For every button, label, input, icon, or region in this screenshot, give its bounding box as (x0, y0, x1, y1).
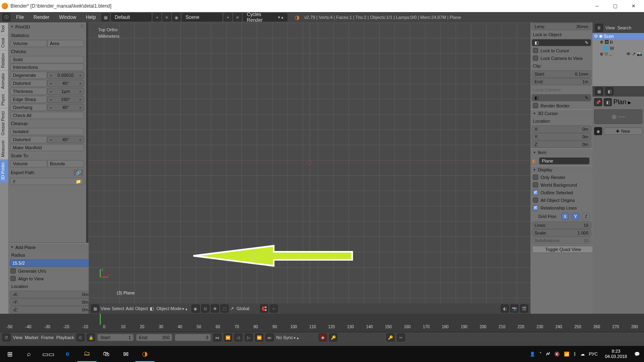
proportional-icon[interactable]: ○ (270, 304, 278, 313)
frame-start[interactable]: Start:1 (97, 334, 134, 341)
outline-selected-checkbox[interactable]: Outline Selected (530, 189, 592, 196)
location-y[interactable]: ◂Y:0m▸ (10, 298, 93, 306)
axis-x-toggle[interactable]: X (561, 213, 569, 220)
distorted2-button[interactable]: Distorted (10, 136, 47, 143)
align-to-view-checkbox[interactable]: Align to View (8, 275, 94, 282)
item-header[interactable]: Item (530, 148, 592, 156)
mode-select[interactable]: ◧ Object Mode▼▲ (150, 306, 190, 311)
window-close-button[interactable]: ✕ (624, 0, 642, 12)
only-render-checkbox[interactable]: Only Render (530, 173, 592, 181)
language-indicator[interactable]: РУС (589, 352, 598, 356)
window-minimize-button[interactable]: ─ (588, 0, 606, 12)
window-maximize-button[interactable]: ▢ (606, 0, 624, 12)
wifi-icon[interactable]: 📶 (564, 352, 570, 357)
clip-start[interactable]: Start:0.1mm (532, 70, 591, 78)
outliner-view-menu[interactable]: View (605, 25, 615, 30)
layers-icon[interactable]: ⬚ (221, 304, 229, 313)
playhead-icon[interactable] (100, 314, 101, 325)
scale-field[interactable]: Scale:1.000 (532, 229, 591, 237)
tl-frame-menu[interactable]: Frame (41, 335, 54, 340)
menu-window[interactable]: Window (55, 14, 80, 20)
degenerate-value[interactable]: ◂0.00010▸ (47, 72, 84, 79)
scale-bounds-button[interactable]: Bounds (47, 160, 84, 167)
menu-render[interactable]: Render (29, 14, 53, 20)
clock[interactable]: 8:2304.03.2018 (602, 349, 630, 359)
properties-context-icon[interactable]: ◧ (605, 87, 613, 95)
lock-object-field[interactable]: ◧✎ (532, 39, 591, 46)
clip-end[interactable]: End:1m (532, 78, 591, 85)
outliner-scene-row[interactable]: ⊖ ◉ Scen (592, 33, 644, 39)
lens-field[interactable]: Lens:35mm (532, 23, 591, 30)
lines-field[interactable]: Lines:16 (532, 222, 591, 229)
overhang-value[interactable]: ◂45°▸ (47, 104, 84, 111)
item-name-field[interactable]: Plane (539, 157, 590, 165)
tl-view-menu[interactable]: View (13, 335, 23, 340)
cursor-x[interactable]: X:0m (532, 125, 591, 133)
scene-add-button[interactable]: + (224, 13, 232, 21)
play-reverse-icon[interactable]: ◁ (234, 333, 242, 341)
outliner[interactable]: ⊖ ◉ Scen ⊕ 🖼 R 🌐 W ⊕ ▽ ...👁 ↗ 📷 (592, 33, 644, 86)
object-menu[interactable]: Object (135, 306, 148, 311)
keyframe-next-icon[interactable]: ⏩ (255, 333, 263, 341)
clapper-icon[interactable]: 🎬 (520, 304, 528, 313)
tab-physics[interactable]: Physic (0, 91, 8, 108)
mail-button[interactable]: ✉ (116, 346, 135, 362)
outliner-renderlayers-row[interactable]: ⊕ 🖼 R (592, 39, 644, 45)
grid-floor-checkbox[interactable] (532, 214, 537, 219)
pivot-icon[interactable]: ⊙ (201, 304, 209, 313)
lock-camera-checkbox[interactable]: Lock Camera to View (530, 54, 592, 62)
play-icon[interactable]: ▷ (245, 333, 253, 341)
properties-editor-icon[interactable]: ▦ (595, 87, 603, 95)
make-manifold-button[interactable]: Make Manifold (10, 144, 84, 151)
menu-file[interactable]: File (12, 14, 28, 20)
tab-3dprinting[interactable]: 3D Printin (0, 160, 8, 183)
tab-tools[interactable]: Tool (0, 23, 8, 35)
frame-current[interactable]: 3 (175, 334, 211, 341)
timeline-ruler[interactable]: -50-40-30-20-100102030405060708090100110… (0, 314, 644, 332)
render-shading-icon[interactable]: ◐ (501, 304, 509, 313)
add-plane-header[interactable]: Add Plane⠿ (8, 243, 94, 251)
world-bg-checkbox[interactable]: World Background (530, 181, 592, 189)
distorted-value[interactable]: ◂45°▸ (47, 80, 84, 87)
local-camera-field[interactable]: ◧✎ (532, 94, 591, 101)
tab-measureit[interactable]: Measurei (0, 138, 8, 159)
3d-cursor-header[interactable]: 3D Cursor (530, 109, 592, 117)
properties-add-slot[interactable]: ◉ (594, 127, 602, 135)
degenerate-button[interactable]: Degenerate (10, 72, 47, 79)
volume-icon[interactable]: 🔇 (554, 352, 560, 357)
overhang-button[interactable]: Overhang (10, 104, 47, 111)
tab-greasepencil[interactable]: Grease Penci (0, 108, 8, 138)
blender-splash-icon[interactable]: ◑ (295, 14, 299, 21)
cursor-y[interactable]: Y:0m (532, 133, 591, 140)
scene-browse-icon[interactable]: ◉ (172, 13, 180, 21)
check-all-button[interactable]: Check All (10, 112, 84, 119)
tab-create[interactable]: Creat (0, 35, 8, 50)
edge-button[interactable]: e (58, 346, 77, 362)
distorted-button[interactable]: Distorted (10, 80, 47, 87)
snap-icon[interactable]: 🧲 (260, 304, 268, 313)
keying-set-icon[interactable]: 🔑 (329, 333, 337, 341)
outliner-editor-icon[interactable]: ≣ (595, 24, 603, 32)
add-menu[interactable]: Add (126, 306, 134, 311)
axis-y-toggle[interactable]: Y (572, 213, 579, 220)
edgesharp-value[interactable]: ◂160°▸ (47, 96, 84, 103)
location-x[interactable]: ◂X:0m▸ (10, 291, 93, 298)
jump-end-icon[interactable]: ⏭ (266, 333, 274, 341)
people-icon[interactable]: 👤 (530, 352, 535, 357)
generate-uvs-checkbox[interactable]: Generate UVs (8, 267, 94, 275)
render-border-checkbox[interactable]: Render Border (530, 102, 592, 109)
keyframe-prev-icon[interactable]: ⏪ (224, 333, 232, 341)
blender-taskbar-button[interactable]: ◑ (135, 346, 155, 362)
thickness-value[interactable]: ◂1µm▸ (47, 88, 84, 95)
start-button[interactable]: ⊞ (0, 346, 19, 362)
print3d-header[interactable]: Print3D⠿ (8, 23, 86, 31)
display-header[interactable]: Display (530, 166, 592, 173)
notifications-icon[interactable]: 💬 (634, 352, 640, 357)
isolated-button[interactable]: Isolated (10, 128, 84, 135)
tray-up-icon[interactable]: ˄ (539, 352, 542, 357)
task-view-button[interactable]: ▭▭ (39, 346, 58, 362)
jump-start-icon[interactable]: ⏮ (213, 333, 221, 341)
sync-select[interactable]: No Sync▼▲ (276, 335, 316, 340)
thickness-button[interactable]: Thickness (10, 88, 47, 95)
editor-type-icon[interactable]: ⓘ (2, 13, 10, 21)
